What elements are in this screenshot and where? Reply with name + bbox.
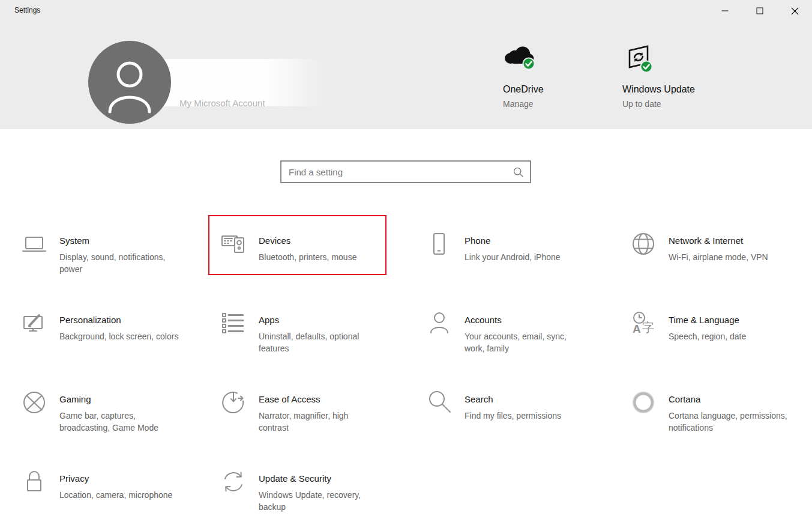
window-title: Settings [14, 6, 40, 14]
tile-subtitle: Find my files, permissions [465, 410, 561, 422]
tile-subtitle: Cortana language, permissions, notificat… [669, 410, 787, 434]
xbox-icon [21, 389, 47, 416]
svg-text:A: A [633, 323, 641, 335]
tile-ease-of-access[interactable]: Ease of Access Narrator, magnifier, high… [208, 374, 414, 453]
tile-subtitle: Windows Update, recovery, backup [259, 489, 361, 513]
cortana-ring-icon [630, 389, 657, 416]
tile-title: Accounts [465, 314, 567, 326]
windows-update-icon [622, 43, 656, 76]
windows-update-status: Up to date [622, 99, 754, 109]
tile-search[interactable]: Search Find my files, permissions [414, 374, 618, 453]
tile-title: Privacy [59, 473, 172, 485]
tile-network-internet[interactable]: Network & Internet Wi-Fi, airplane mode,… [618, 215, 812, 294]
tile-title: Time & Language [669, 314, 746, 326]
search-input[interactable] [281, 162, 530, 182]
maximize-button[interactable] [742, 0, 777, 22]
person-silhouette-icon [88, 41, 171, 124]
tile-update-security[interactable]: Update & Security Windows Update, recove… [208, 453, 414, 531]
onedrive-title: OneDrive [503, 84, 635, 95]
tile-subtitle: Uninstall, defaults, optional features [259, 330, 359, 354]
phone-icon [426, 231, 453, 257]
lock-icon [21, 469, 47, 495]
tile-subtitle: Game bar, captures, broadcasting, Game M… [59, 410, 158, 434]
windows-update-title: Windows Update [622, 84, 754, 95]
person-icon [426, 310, 453, 336]
tile-cortana[interactable]: Cortana Cortana language, permissions, n… [618, 374, 812, 453]
tile-subtitle: Wi-Fi, airplane mode, VPN [669, 251, 768, 263]
tile-subtitle: Narrator, magnifier, high contrast [259, 410, 348, 434]
tile-title: Gaming [59, 393, 158, 405]
titlebar: Settings [0, 0, 812, 22]
onedrive-status: Manage [503, 99, 635, 109]
tile-title: Phone [465, 235, 561, 247]
tile-title: Cortana [669, 393, 787, 405]
sync-arrows-icon [220, 469, 247, 495]
tile-gaming[interactable]: Gaming Game bar, captures, broadcasting,… [14, 374, 208, 453]
close-icon [791, 7, 799, 15]
tile-subtitle: Location, camera, microphone [59, 489, 172, 501]
personalization-icon [21, 310, 47, 336]
settings-window: My Microsoft Account OneDrive Manage [0, 0, 812, 531]
tile-title: Search [465, 393, 561, 405]
tile-apps[interactable]: Apps Uninstall, defaults, optional featu… [208, 294, 414, 374]
tile-title: Devices [259, 235, 356, 247]
account-label[interactable]: My Microsoft Account [179, 98, 265, 108]
magnifier-icon [426, 389, 453, 416]
quick-status-windows-update[interactable]: Windows Update Up to date [622, 43, 754, 109]
settings-category-grid: System Display, sound, notifications, po… [14, 215, 812, 531]
tile-title: Update & Security [259, 473, 361, 485]
tile-subtitle: Background, lock screen, colors [59, 330, 178, 342]
tile-subtitle: Link your Android, iPhone [465, 251, 561, 263]
devices-icon [220, 231, 247, 257]
quick-status-onedrive[interactable]: OneDrive Manage [503, 43, 635, 109]
tile-title: Network & Internet [669, 235, 768, 247]
tile-subtitle: Speech, region, date [669, 330, 746, 342]
tile-title: System [59, 235, 165, 247]
laptop-icon [21, 231, 47, 257]
avatar[interactable] [88, 41, 171, 124]
tile-subtitle: Your accounts, email, sync, work, family [465, 330, 567, 354]
tile-subtitle: Bluetooth, printers, mouse [259, 251, 356, 263]
tile-title: Ease of Access [259, 393, 348, 405]
tile-personalization[interactable]: Personalization Background, lock screen,… [14, 294, 208, 374]
apps-list-icon [220, 310, 247, 336]
find-a-setting-searchbox [280, 160, 531, 183]
tile-system[interactable]: System Display, sound, notifications, po… [14, 215, 208, 294]
svg-text:字: 字 [642, 320, 654, 335]
time-language-icon: A 字 [630, 310, 657, 336]
maximize-icon [756, 7, 763, 14]
globe-icon [630, 231, 657, 257]
tile-title: Apps [259, 314, 359, 326]
tile-time-language[interactable]: A 字 Time & Language Speech, region, date [618, 294, 812, 374]
tile-devices[interactable]: Devices Bluetooth, printers, mouse [208, 215, 386, 275]
minimize-icon [721, 7, 729, 14]
tile-privacy[interactable]: Privacy Location, camera, microphone [14, 453, 208, 531]
minimize-button[interactable] [708, 0, 742, 22]
tile-title: Personalization [59, 314, 178, 326]
onedrive-cloud-icon [503, 43, 538, 74]
tile-subtitle: Display, sound, notifications, power [59, 251, 165, 275]
tile-phone[interactable]: Phone Link your Android, iPhone [414, 215, 618, 294]
tile-accounts[interactable]: Accounts Your accounts, email, sync, wor… [414, 294, 618, 374]
close-button[interactable] [777, 0, 812, 22]
ease-of-access-icon [220, 389, 247, 416]
